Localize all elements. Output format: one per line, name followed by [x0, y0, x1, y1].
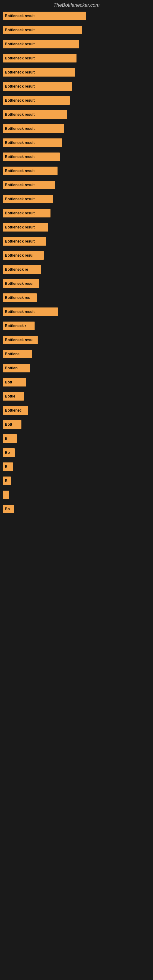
bar-item — [3, 491, 9, 499]
bar-label: Bottleneck re — [5, 267, 28, 272]
bar-label: Bottleneck result — [5, 42, 35, 46]
bar-row: Bottleneck res — [3, 293, 150, 302]
bar-label: Bottleneck result — [5, 14, 35, 18]
bar-item: Bottleneck result — [3, 110, 67, 119]
bar-row: Bo — [3, 505, 150, 513]
bar-item: Bottleneck result — [3, 82, 72, 91]
bar-item: Bottleneck res — [3, 293, 37, 302]
bar-label: Bottleneck result — [5, 310, 35, 314]
bar-label: B — [5, 436, 8, 441]
bar-row: Bottleneck result — [3, 54, 150, 62]
bar-item: Bott — [3, 378, 26, 387]
bar-item: Bott — [3, 420, 21, 429]
bar-label: Bo — [5, 507, 10, 511]
bar-item: Bottleneck result — [3, 96, 70, 105]
bar-label: Bottleneck result — [5, 28, 35, 32]
bar-row: Bottleneck result — [3, 223, 150, 232]
bar-row: B — [3, 463, 150, 471]
bar-label: Bottle — [5, 394, 15, 398]
bar-row: Bottleneck result — [3, 153, 150, 161]
bar-label: Bottleneck result — [5, 239, 35, 243]
bar-label: Bottleneck result — [5, 225, 35, 229]
bar-item: Bottleneck result — [3, 54, 76, 62]
bar-label: Bottlenec — [5, 408, 22, 412]
bar-label: Bottleneck result — [5, 126, 35, 131]
bar-row: Bottleneck resu — [3, 279, 150, 288]
bar-row: Bottleneck result — [3, 307, 150, 316]
bar-item: Bottleneck resu — [3, 251, 44, 260]
bar-label: Bottleneck resu — [5, 282, 32, 286]
bar-label: Bottleneck result — [5, 197, 35, 201]
bar-item: Bottle — [3, 392, 24, 401]
bar-row: Bottleneck result — [3, 68, 150, 76]
bar-label: Bottleneck result — [5, 183, 35, 187]
bar-label: Bottleneck result — [5, 169, 35, 173]
bar-item: B — [3, 463, 13, 471]
bar-row: Bottleneck result — [3, 167, 150, 175]
bar-item: Bottleneck r — [3, 321, 35, 330]
bar-row: Bottleneck result — [3, 96, 150, 105]
bar-row: Bottleneck result — [3, 82, 150, 91]
bar-item: Bo — [3, 505, 14, 513]
bar-label: Bottleneck result — [5, 112, 35, 117]
bar-label: Bottlen — [5, 366, 18, 370]
bar-item: B — [3, 477, 11, 485]
bar-row: Bottleneck re — [3, 265, 150, 274]
bar-row: Bottleneck result — [3, 181, 150, 189]
bar-label: Bottleneck result — [5, 155, 35, 159]
bar-row: Bottleneck r — [3, 321, 150, 330]
bar-label: Bottleneck r — [5, 324, 26, 328]
bar-item: Bottleneck result — [3, 26, 82, 34]
bar-item: Bottleneck result — [3, 195, 53, 204]
bar-row: Bottleneck result — [3, 138, 150, 147]
bar-item: Bottleneck result — [3, 40, 79, 48]
bar-item: Bottleneck result — [3, 167, 57, 175]
bar-item: B — [3, 434, 17, 443]
bar-row — [3, 491, 150, 499]
bar-row: Bottleneck result — [3, 195, 150, 204]
bar-item: Bottleneck result — [3, 138, 62, 147]
bar-row: Bottle — [3, 392, 150, 401]
bar-item: Bottleneck result — [3, 223, 48, 232]
bar-row: Bottleneck result — [3, 124, 150, 133]
bar-label: Bo — [5, 450, 10, 455]
bar-row: Bottleneck result — [3, 40, 150, 48]
bar-item: Bottleneck result — [3, 181, 55, 189]
bar-label: Bott — [5, 422, 12, 426]
site-title: TheBottlenecker.com — [0, 0, 153, 12]
bar-row: B — [3, 477, 150, 485]
bar-row: Bottleneck result — [3, 26, 150, 34]
bar-row: Bottlen — [3, 364, 150, 372]
bar-item: Bottlene — [3, 350, 32, 358]
bar-item: Bottleneck result — [3, 209, 51, 218]
bar-row: B — [3, 434, 150, 443]
bar-item: Bottleneck result — [3, 68, 75, 76]
bar-item: Bottleneck result — [3, 12, 86, 20]
bar-item: Bottleneck resu — [3, 279, 39, 288]
bar-item: Bottleneck result — [3, 237, 46, 246]
bar-row: Bott — [3, 378, 150, 387]
bar-label: Bottleneck result — [5, 56, 35, 60]
bar-item: Bo — [3, 449, 15, 457]
bar-row: Bottleneck result — [3, 12, 150, 20]
bar-label: B — [5, 465, 8, 469]
bar-label: Bottleneck result — [5, 140, 35, 145]
bar-row: Bottlene — [3, 350, 150, 358]
bar-row: Bottlenec — [3, 406, 150, 415]
bar-row: Bottleneck result — [3, 209, 150, 218]
bar-item: Bottleneck result — [3, 307, 58, 316]
bar-item: Bottleneck re — [3, 265, 41, 274]
bar-item: Bottleneck result — [3, 153, 60, 161]
bar-row: Bottleneck result — [3, 237, 150, 246]
bar-row: Bottleneck resu — [3, 251, 150, 260]
bar-label: Bottleneck res — [5, 296, 30, 300]
bar-label: Bott — [5, 380, 12, 384]
bar-item: Bottleneck resu — [3, 336, 38, 344]
bar-label: B — [5, 479, 8, 483]
bar-label: Bottleneck result — [5, 211, 35, 215]
bar-label: Bottleneck result — [5, 84, 35, 89]
bar-row: Bottleneck result — [3, 110, 150, 119]
bar-label: Bottleneck result — [5, 70, 35, 75]
bars-container: Bottleneck resultBottleneck resultBottle… — [0, 12, 153, 519]
bar-label: Bottleneck resu — [5, 338, 32, 342]
